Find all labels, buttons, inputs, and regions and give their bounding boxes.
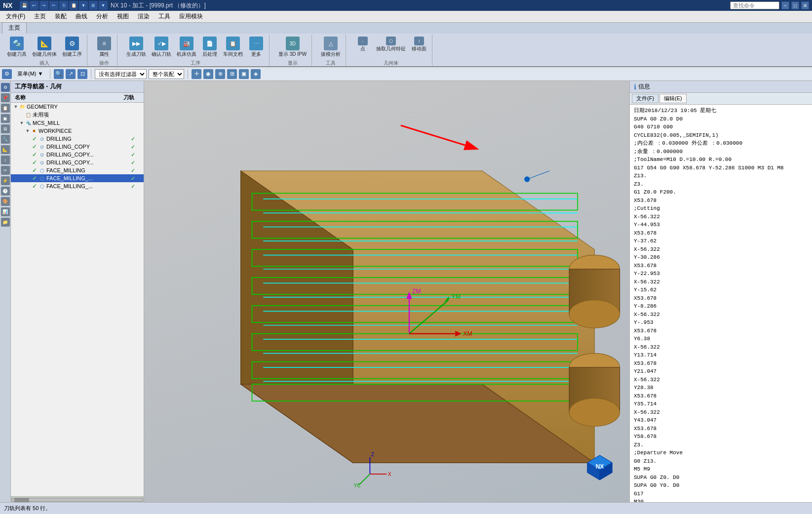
close-btn[interactable]: ✕ <box>801 1 809 9</box>
select2-icon[interactable]: ⊡ <box>77 69 87 79</box>
tree-node-face-milling-sel[interactable]: ✓ ⬡ FACE_MILLING_... ✓ <box>11 174 144 182</box>
sidebar-icon-11[interactable]: 🕐 <box>1 187 10 196</box>
tree-scrollbar[interactable] <box>11 496 144 502</box>
filter-select[interactable]: 没有选择过滤器 <box>95 69 147 79</box>
tree-node-workpiece[interactable]: ▼ ■ WORKPIECE <box>11 127 144 135</box>
expand-unused[interactable] <box>19 112 25 118</box>
tree-node-drilling-copy2[interactable]: ✓ ⊙ DRILLING_COPY... ✓ <box>11 151 144 158</box>
postprocess-btn[interactable]: 📄 后处理 <box>200 36 220 59</box>
minimize-btn[interactable]: − <box>781 1 789 9</box>
menu-file[interactable]: 文件(F) <box>2 11 29 22</box>
drilling-copy-icon: ⊙ <box>39 143 45 150</box>
options-icon[interactable]: ▼ <box>79 1 88 10</box>
cut-icon[interactable]: ✂ <box>49 1 58 10</box>
show-3d-ipw-btn[interactable]: 3D 显示 3D IPW <box>276 36 309 59</box>
settings-icon[interactable]: ⚙ <box>2 69 12 79</box>
create-tool-btn[interactable]: 🔩 创建刀具 <box>5 36 29 59</box>
tree-node-mcs[interactable]: ▼ 🔩 MCS_MILL <box>11 119 144 127</box>
verify-path-btn[interactable]: ✓▶ 确认刀轨 <box>150 36 173 59</box>
drilling-check: ✓ <box>31 135 39 142</box>
zoom-icon[interactable]: ⊕ <box>215 69 225 79</box>
sidebar-icon-1[interactable]: ⚙ <box>1 83 10 92</box>
menu-tools[interactable]: 工具 <box>155 11 174 22</box>
assembly-select[interactable]: 整个装配 <box>149 69 184 79</box>
sidebar-icon-14[interactable]: 📁 <box>1 218 10 227</box>
maximize-btn[interactable]: □ <box>791 1 799 9</box>
snap-icon[interactable]: ✛ <box>192 69 201 79</box>
machine-sim-btn[interactable]: 🏭 机床仿真 <box>175 36 198 59</box>
sidebar-icon-12[interactable]: 🎨 <box>1 197 10 206</box>
info-line: SUPA G0 Z0. D0 <box>634 474 808 482</box>
sidebar-icon-13[interactable]: 📊 <box>1 207 10 216</box>
scroll-thumb[interactable] <box>14 498 29 502</box>
info-line: ;余量 ：0.000000 <box>634 148 808 156</box>
expand-mcs[interactable]: ▼ <box>19 120 25 126</box>
info-tabs: 文件(F) 编辑(E) <box>630 93 812 105</box>
sidebar-icon-2[interactable]: 📌 <box>1 93 10 102</box>
tree-node-geometry[interactable]: ▼ 📁 GEOMETRY <box>11 103 144 111</box>
face-milling2-icon: ⬡ <box>39 183 45 190</box>
tree-content[interactable]: ▼ 📁 GEOMETRY 📋 未用项 ▼ 🔩 MCS_MILL <box>11 103 144 496</box>
move-face-btn[interactable]: ↕ 移动面 <box>409 36 429 53</box>
face-milling2-label: FACE_MILLING_... <box>46 183 122 189</box>
face-milling-sel-icon: ⬡ <box>39 175 45 182</box>
draft-analysis-btn[interactable]: △ 拔模分析 <box>319 36 343 59</box>
expand-workpiece[interactable]: ▼ <box>25 128 31 134</box>
properties-btn[interactable]: ≡ 属性 <box>94 36 114 59</box>
menu-app[interactable]: 应用模块 <box>175 11 207 22</box>
tree-node-drilling-copy3[interactable]: ✓ ⊙ DRILLING_COPY... ✓ <box>11 158 144 166</box>
display-icon[interactable]: ▣ <box>239 69 249 79</box>
point-icon: · <box>358 37 368 45</box>
info-line: Y-44.953 <box>634 221 808 229</box>
more-btn[interactable]: ⋯ 更多 <box>246 36 266 59</box>
sidebar-icon-6[interactable]: 🔧 <box>1 135 10 144</box>
layer-icon[interactable]: ⊞ <box>227 69 237 79</box>
expand-geometry[interactable]: ▼ <box>13 104 19 110</box>
extract-geometry-btn[interactable]: ⬡ 抽取几何特征 <box>374 36 408 53</box>
generate-path-btn[interactable]: ▶▶ 生成刀轨 <box>124 36 148 59</box>
tree-node-face-milling[interactable]: ✓ ⬡ FACE_MILLING ✓ <box>11 166 144 174</box>
menu-assembly[interactable]: 装配 <box>51 11 71 22</box>
select-icon[interactable]: ↗ <box>66 69 76 79</box>
undo-icon[interactable]: ↩ <box>30 1 39 10</box>
tree-node-drilling-copy[interactable]: ✓ ⊙ DRILLING_COPY ✓ <box>11 143 144 151</box>
redo-icon[interactable]: ↪ <box>39 1 48 10</box>
window-dropdown-icon[interactable]: ▼ <box>99 1 108 10</box>
menu-curve[interactable]: 曲线 <box>72 11 91 22</box>
sidebar-icon-9[interactable]: ✂ <box>1 166 10 175</box>
tree-node-unused[interactable]: 📋 未用项 <box>11 111 144 119</box>
search-input[interactable] <box>730 1 779 9</box>
info-tab-file[interactable]: 文件(F) <box>632 94 658 103</box>
menu-btn[interactable]: 菜单(M) ▼ <box>14 69 46 79</box>
paste-icon[interactable]: 📋 <box>69 1 78 10</box>
create-op-btn[interactable]: ⚙ 创建工序 <box>60 36 84 59</box>
show-3d-ipw-icon: 3D <box>286 37 300 50</box>
scroll-track[interactable] <box>11 498 143 502</box>
view-icon[interactable]: ◉ <box>203 69 213 79</box>
tree-node-face-milling2[interactable]: ✓ ⬡ FACE_MILLING_... ✓ <box>11 182 144 190</box>
menu-home[interactable]: 主页 <box>30 11 50 22</box>
sidebar-icon-5[interactable]: ⊞ <box>1 124 10 133</box>
create-geometry-btn[interactable]: 📐 创建几何体 <box>30 36 59 59</box>
shop-doc-btn[interactable]: 📋 车间文档 <box>221 36 245 59</box>
viewport[interactable]: ZM YM XM Z X YC <box>144 81 629 502</box>
ribbon-group-display: 3D 显示 3D IPW 显示 <box>273 35 312 68</box>
sidebar-icon-10[interactable]: ⚡ <box>1 176 10 185</box>
window-icon[interactable]: ⊞ <box>89 1 98 10</box>
render-icon[interactable]: ◈ <box>251 69 261 79</box>
info-tab-edit[interactable]: 编辑(E) <box>659 94 687 103</box>
sidebar-icon-4[interactable]: ▣ <box>1 114 10 123</box>
sidebar-icon-8[interactable]: ↕ <box>1 156 10 164</box>
info-line: X-56.322 <box>634 408 808 417</box>
save-icon[interactable]: 💾 <box>20 1 29 10</box>
tree-node-drilling[interactable]: ✓ ⊙ DRILLING ✓ <box>11 135 144 143</box>
tab-home[interactable]: 主页 <box>2 22 27 34</box>
filter-icon[interactable]: 🔍 <box>54 69 64 79</box>
point-btn[interactable]: · 点 <box>353 36 373 53</box>
copy-icon[interactable]: ⎘ <box>59 1 68 10</box>
menu-view[interactable]: 视图 <box>113 11 133 22</box>
menu-render[interactable]: 渲染 <box>134 11 154 22</box>
menu-analysis[interactable]: 分析 <box>92 11 112 22</box>
sidebar-icon-7[interactable]: 📐 <box>1 145 10 154</box>
sidebar-icon-3[interactable]: 📋 <box>1 104 10 113</box>
